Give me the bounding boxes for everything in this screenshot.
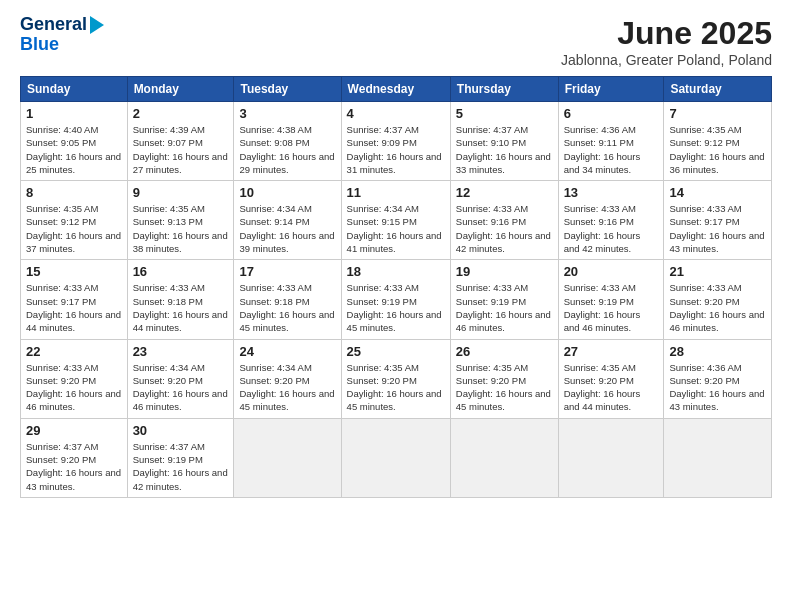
day-number: 3	[239, 106, 335, 121]
table-row: 10 Sunrise: 4:34 AMSunset: 9:14 PMDaylig…	[234, 181, 341, 260]
day-number: 6	[564, 106, 659, 121]
day-info: Sunrise: 4:33 AMSunset: 9:17 PMDaylight:…	[26, 281, 122, 334]
day-number: 12	[456, 185, 553, 200]
table-row: 19 Sunrise: 4:33 AMSunset: 9:19 PMDaylig…	[450, 260, 558, 339]
table-row: 17 Sunrise: 4:33 AMSunset: 9:18 PMDaylig…	[234, 260, 341, 339]
day-number: 15	[26, 264, 122, 279]
table-row: 27 Sunrise: 4:35 AMSunset: 9:20 PMDaylig…	[558, 339, 664, 418]
day-number: 14	[669, 185, 766, 200]
day-number: 23	[133, 344, 229, 359]
day-info: Sunrise: 4:33 AMSunset: 9:17 PMDaylight:…	[669, 202, 766, 255]
day-number: 16	[133, 264, 229, 279]
day-info: Sunrise: 4:34 AMSunset: 9:14 PMDaylight:…	[239, 202, 335, 255]
day-info: Sunrise: 4:33 AMSunset: 9:18 PMDaylight:…	[133, 281, 229, 334]
day-info: Sunrise: 4:33 AMSunset: 9:19 PMDaylight:…	[347, 281, 445, 334]
logo-arrow-icon	[90, 16, 104, 34]
month-title: June 2025	[561, 15, 772, 52]
day-info: Sunrise: 4:33 AMSunset: 9:20 PMDaylight:…	[26, 361, 122, 414]
day-number: 18	[347, 264, 445, 279]
day-number: 30	[133, 423, 229, 438]
table-row: 1 Sunrise: 4:40 AMSunset: 9:05 PMDayligh…	[21, 102, 128, 181]
day-info: Sunrise: 4:39 AMSunset: 9:07 PMDaylight:…	[133, 123, 229, 176]
location: Jablonna, Greater Poland, Poland	[561, 52, 772, 68]
header-tuesday: Tuesday	[234, 77, 341, 102]
day-number: 9	[133, 185, 229, 200]
table-row: 15 Sunrise: 4:33 AMSunset: 9:17 PMDaylig…	[21, 260, 128, 339]
calendar-table: Sunday Monday Tuesday Wednesday Thursday…	[20, 76, 772, 498]
day-info: Sunrise: 4:34 AMSunset: 9:20 PMDaylight:…	[239, 361, 335, 414]
day-number: 5	[456, 106, 553, 121]
day-info: Sunrise: 4:33 AMSunset: 9:18 PMDaylight:…	[239, 281, 335, 334]
table-row	[341, 418, 450, 497]
calendar-row: 1 Sunrise: 4:40 AMSunset: 9:05 PMDayligh…	[21, 102, 772, 181]
day-number: 10	[239, 185, 335, 200]
title-area: June 2025 Jablonna, Greater Poland, Pola…	[561, 15, 772, 68]
day-number: 22	[26, 344, 122, 359]
table-row: 11 Sunrise: 4:34 AMSunset: 9:15 PMDaylig…	[341, 181, 450, 260]
table-row	[450, 418, 558, 497]
table-row: 22 Sunrise: 4:33 AMSunset: 9:20 PMDaylig…	[21, 339, 128, 418]
weekday-header-row: Sunday Monday Tuesday Wednesday Thursday…	[21, 77, 772, 102]
table-row: 2 Sunrise: 4:39 AMSunset: 9:07 PMDayligh…	[127, 102, 234, 181]
header: General Blue June 2025 Jablonna, Greater…	[20, 15, 772, 68]
day-info: Sunrise: 4:33 AMSunset: 9:16 PMDaylight:…	[564, 202, 659, 255]
calendar-row: 22 Sunrise: 4:33 AMSunset: 9:20 PMDaylig…	[21, 339, 772, 418]
day-info: Sunrise: 4:36 AMSunset: 9:11 PMDaylight:…	[564, 123, 659, 176]
day-number: 11	[347, 185, 445, 200]
day-info: Sunrise: 4:35 AMSunset: 9:12 PMDaylight:…	[26, 202, 122, 255]
calendar-row: 29 Sunrise: 4:37 AMSunset: 9:20 PMDaylig…	[21, 418, 772, 497]
day-info: Sunrise: 4:34 AMSunset: 9:20 PMDaylight:…	[133, 361, 229, 414]
day-number: 4	[347, 106, 445, 121]
table-row	[558, 418, 664, 497]
day-number: 28	[669, 344, 766, 359]
day-number: 7	[669, 106, 766, 121]
day-info: Sunrise: 4:34 AMSunset: 9:15 PMDaylight:…	[347, 202, 445, 255]
day-number: 13	[564, 185, 659, 200]
page: General Blue June 2025 Jablonna, Greater…	[0, 0, 792, 612]
day-info: Sunrise: 4:33 AMSunset: 9:19 PMDaylight:…	[456, 281, 553, 334]
table-row: 23 Sunrise: 4:34 AMSunset: 9:20 PMDaylig…	[127, 339, 234, 418]
table-row: 6 Sunrise: 4:36 AMSunset: 9:11 PMDayligh…	[558, 102, 664, 181]
day-number: 21	[669, 264, 766, 279]
header-saturday: Saturday	[664, 77, 772, 102]
day-number: 29	[26, 423, 122, 438]
header-thursday: Thursday	[450, 77, 558, 102]
day-info: Sunrise: 4:35 AMSunset: 9:20 PMDaylight:…	[456, 361, 553, 414]
table-row: 3 Sunrise: 4:38 AMSunset: 9:08 PMDayligh…	[234, 102, 341, 181]
day-info: Sunrise: 4:36 AMSunset: 9:20 PMDaylight:…	[669, 361, 766, 414]
table-row: 24 Sunrise: 4:34 AMSunset: 9:20 PMDaylig…	[234, 339, 341, 418]
day-number: 24	[239, 344, 335, 359]
calendar-row: 8 Sunrise: 4:35 AMSunset: 9:12 PMDayligh…	[21, 181, 772, 260]
table-row: 25 Sunrise: 4:35 AMSunset: 9:20 PMDaylig…	[341, 339, 450, 418]
day-info: Sunrise: 4:37 AMSunset: 9:09 PMDaylight:…	[347, 123, 445, 176]
day-info: Sunrise: 4:40 AMSunset: 9:05 PMDaylight:…	[26, 123, 122, 176]
table-row	[234, 418, 341, 497]
table-row: 28 Sunrise: 4:36 AMSunset: 9:20 PMDaylig…	[664, 339, 772, 418]
day-number: 17	[239, 264, 335, 279]
day-number: 1	[26, 106, 122, 121]
day-info: Sunrise: 4:38 AMSunset: 9:08 PMDaylight:…	[239, 123, 335, 176]
day-number: 20	[564, 264, 659, 279]
calendar-row: 15 Sunrise: 4:33 AMSunset: 9:17 PMDaylig…	[21, 260, 772, 339]
day-info: Sunrise: 4:37 AMSunset: 9:10 PMDaylight:…	[456, 123, 553, 176]
day-number: 26	[456, 344, 553, 359]
day-info: Sunrise: 4:37 AMSunset: 9:20 PMDaylight:…	[26, 440, 122, 493]
logo: General Blue	[20, 15, 104, 55]
header-friday: Friday	[558, 77, 664, 102]
table-row: 20 Sunrise: 4:33 AMSunset: 9:19 PMDaylig…	[558, 260, 664, 339]
table-row	[664, 418, 772, 497]
table-row: 29 Sunrise: 4:37 AMSunset: 9:20 PMDaylig…	[21, 418, 128, 497]
day-number: 19	[456, 264, 553, 279]
table-row: 9 Sunrise: 4:35 AMSunset: 9:13 PMDayligh…	[127, 181, 234, 260]
table-row: 7 Sunrise: 4:35 AMSunset: 9:12 PMDayligh…	[664, 102, 772, 181]
table-row: 13 Sunrise: 4:33 AMSunset: 9:16 PMDaylig…	[558, 181, 664, 260]
table-row: 5 Sunrise: 4:37 AMSunset: 9:10 PMDayligh…	[450, 102, 558, 181]
day-number: 2	[133, 106, 229, 121]
table-row: 16 Sunrise: 4:33 AMSunset: 9:18 PMDaylig…	[127, 260, 234, 339]
day-number: 25	[347, 344, 445, 359]
logo-general: General	[20, 15, 87, 35]
table-row: 4 Sunrise: 4:37 AMSunset: 9:09 PMDayligh…	[341, 102, 450, 181]
logo-text: General Blue	[20, 15, 104, 55]
header-wednesday: Wednesday	[341, 77, 450, 102]
day-info: Sunrise: 4:35 AMSunset: 9:20 PMDaylight:…	[347, 361, 445, 414]
